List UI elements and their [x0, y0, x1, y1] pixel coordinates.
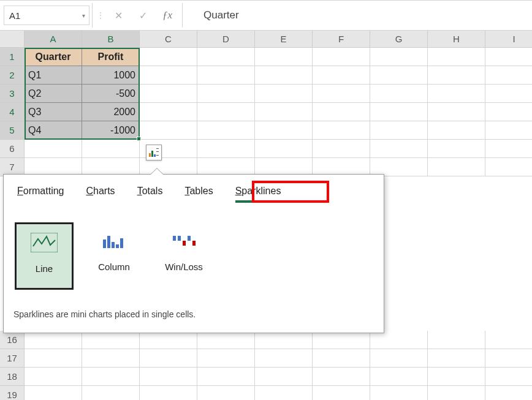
cell-G17[interactable] — [370, 349, 428, 368]
cell-C1[interactable] — [140, 48, 197, 66]
cell-G4[interactable] — [370, 103, 428, 121]
cell-F17[interactable] — [313, 349, 370, 368]
cell-G5[interactable] — [370, 121, 428, 140]
row-header-3[interactable]: 3 — [0, 85, 25, 103]
tab-sparklines[interactable]: Sparklines — [235, 186, 281, 203]
cell-A1[interactable]: Quarter — [25, 48, 82, 66]
col-header-I[interactable]: I — [485, 31, 532, 48]
cell-C18[interactable] — [140, 368, 197, 386]
cell-E1[interactable] — [255, 48, 313, 66]
cell-C17[interactable] — [140, 349, 197, 368]
cell-I19[interactable] — [485, 386, 532, 400]
cell-D18[interactable] — [197, 368, 255, 386]
cell-B1[interactable]: Profit — [82, 48, 140, 66]
cell-B5[interactable]: -1000 — [82, 121, 140, 140]
cell-F3[interactable] — [313, 85, 370, 103]
cell-F19[interactable] — [313, 386, 370, 400]
tab-totals[interactable]: Totals — [137, 186, 163, 203]
row-header-2[interactable]: 2 — [0, 66, 25, 85]
cell-E18[interactable] — [255, 368, 313, 386]
cell-E3[interactable] — [255, 85, 313, 103]
cell-G16[interactable] — [370, 331, 428, 349]
cell-E19[interactable] — [255, 386, 313, 400]
cell-H3[interactable] — [428, 85, 485, 103]
cell-D1[interactable] — [197, 48, 255, 66]
cell-A16[interactable] — [25, 331, 82, 349]
cell-C2[interactable] — [140, 66, 197, 85]
row-header-1[interactable]: 1 — [0, 48, 25, 66]
cell-A3[interactable]: Q2 — [25, 85, 82, 103]
cell-A6[interactable] — [25, 140, 82, 158]
cell-B18[interactable] — [82, 368, 140, 386]
name-box[interactable]: A1 ▾ — [4, 6, 89, 25]
cell-D6[interactable] — [197, 140, 255, 158]
cell-I1[interactable] — [485, 48, 532, 66]
cell-E17[interactable] — [255, 349, 313, 368]
cell-H7[interactable] — [428, 158, 485, 176]
cell-F18[interactable] — [313, 368, 370, 386]
cell-C5[interactable] — [140, 121, 197, 140]
cell-E16[interactable] — [255, 331, 313, 349]
cell-I3[interactable] — [485, 85, 532, 103]
cell-D19[interactable] — [197, 386, 255, 400]
col-header-E[interactable]: E — [255, 31, 313, 48]
cell-F2[interactable] — [313, 66, 370, 85]
cell-E5[interactable] — [255, 121, 313, 140]
cell-H2[interactable] — [428, 66, 485, 85]
cell-F6[interactable] — [313, 140, 370, 158]
cell-D2[interactable] — [197, 66, 255, 85]
cell-C3[interactable] — [140, 85, 197, 103]
cell-H4[interactable] — [428, 103, 485, 121]
cell-B6[interactable] — [82, 140, 140, 158]
cell-D5[interactable] — [197, 121, 255, 140]
cell-B4[interactable]: 2000 — [82, 103, 140, 121]
col-header-A[interactable]: A — [25, 31, 82, 48]
option-line[interactable]: Line — [15, 222, 74, 290]
row-header-18[interactable]: 18 — [0, 368, 25, 386]
cell-H18[interactable] — [428, 368, 485, 386]
row-header-5[interactable]: 5 — [0, 121, 25, 140]
cell-I16[interactable] — [485, 331, 532, 349]
cell-G2[interactable] — [370, 66, 428, 85]
cell-H17[interactable] — [428, 349, 485, 368]
cell-D3[interactable] — [197, 85, 255, 103]
row-header-4[interactable]: 4 — [0, 103, 25, 121]
cell-A4[interactable]: Q3 — [25, 103, 82, 121]
cell-A17[interactable] — [25, 349, 82, 368]
cell-B19[interactable] — [82, 386, 140, 400]
cell-D17[interactable] — [197, 349, 255, 368]
cell-A18[interactable] — [25, 368, 82, 386]
option-column[interactable]: Column — [85, 222, 143, 290]
cell-D16[interactable] — [197, 331, 255, 349]
cell-I6[interactable] — [485, 140, 532, 158]
tab-charts[interactable]: Charts — [86, 186, 115, 203]
cell-G18[interactable] — [370, 368, 428, 386]
cell-C19[interactable] — [140, 386, 197, 400]
cell-H19[interactable] — [428, 386, 485, 400]
cell-H16[interactable] — [428, 331, 485, 349]
col-header-H[interactable]: H — [428, 31, 485, 48]
col-header-B[interactable]: B — [82, 31, 140, 48]
col-header-F[interactable]: F — [313, 31, 370, 48]
select-all-corner[interactable] — [0, 31, 25, 48]
cell-H6[interactable] — [428, 140, 485, 158]
fx-icon[interactable]: ƒx — [155, 6, 180, 25]
dropdown-arrow-icon[interactable]: ▾ — [82, 12, 85, 19]
col-header-D[interactable]: D — [197, 31, 255, 48]
row-header-6[interactable]: 6 — [0, 140, 25, 158]
cell-G19[interactable] — [370, 386, 428, 400]
cell-E2[interactable] — [255, 66, 313, 85]
cell-C16[interactable] — [140, 331, 197, 349]
row-header-19[interactable]: 19 — [0, 386, 25, 400]
cell-I5[interactable] — [485, 121, 532, 140]
cell-G3[interactable] — [370, 85, 428, 103]
cell-B17[interactable] — [82, 349, 140, 368]
formula-input[interactable]: Quarter — [185, 9, 532, 21]
cell-F4[interactable] — [313, 103, 370, 121]
col-header-C[interactable]: C — [140, 31, 197, 48]
cell-H1[interactable] — [428, 48, 485, 66]
col-header-G[interactable]: G — [370, 31, 428, 48]
cell-I18[interactable] — [485, 368, 532, 386]
option-winloss[interactable]: Win/Loss — [154, 222, 213, 290]
cell-G1[interactable] — [370, 48, 428, 66]
